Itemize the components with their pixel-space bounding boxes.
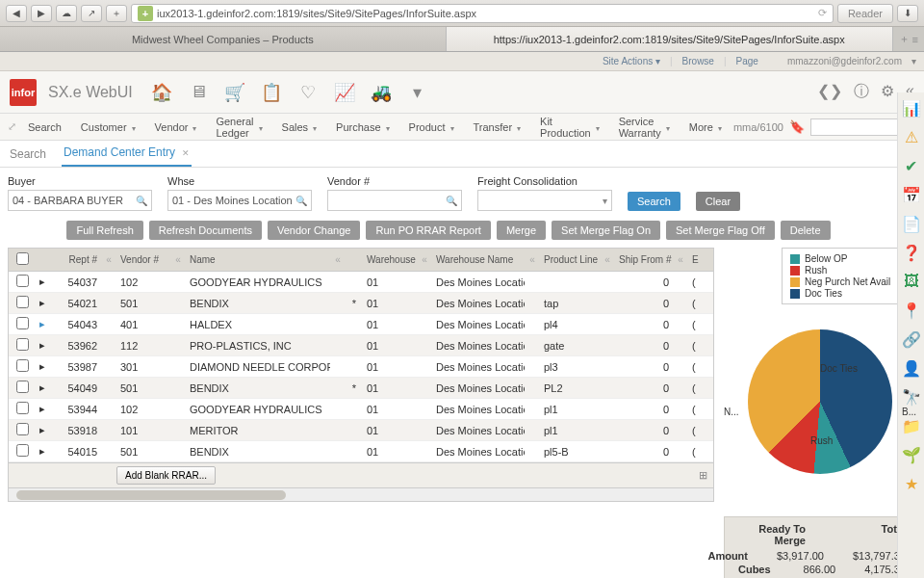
heart-icon[interactable]: ♡ — [291, 75, 325, 110]
col-warehouse[interactable]: Warehouse — [363, 254, 417, 265]
delete-button[interactable]: Delete — [781, 221, 831, 240]
grid-settings-icon[interactable]: ⊞ — [699, 469, 707, 482]
reload-icon[interactable]: ⟳ — [818, 7, 827, 19]
table-row[interactable]: ▸ 53987 301 DIAMOND NEEDLE CORPORATION 0… — [9, 356, 713, 378]
tab-overflow-icon[interactable]: ≡ — [912, 34, 918, 45]
bookmark-icon[interactable]: 🔖 — [789, 119, 805, 134]
table-row[interactable]: ▸ 53944 102 GOODYEAR HYDRAULICS 01 Des M… — [9, 399, 713, 420]
table-row[interactable]: ▸ 53918 101 MERITOR 01 Des Moines Locati… — [9, 420, 713, 441]
expand-icon[interactable]: ▸ — [39, 381, 45, 393]
col-vendor[interactable]: Vendor # — [116, 254, 170, 265]
menu-search[interactable]: Search — [20, 121, 69, 133]
url-bar[interactable]: + iux2013-1.gdeinfor2.com:1819/sites/Sit… — [131, 4, 834, 23]
rail-alert-icon[interactable]: ⚠ — [902, 127, 921, 146]
buyer-input[interactable]: 04 - BARBARA BUYER🔍 — [8, 190, 152, 211]
grid-h-scrollbar[interactable] — [9, 487, 713, 501]
share-icon[interactable]: ↗ — [81, 5, 102, 22]
menu-vendor[interactable]: Vendor — [147, 121, 205, 133]
tab-search[interactable]: Search — [8, 142, 48, 167]
header-caret-icon[interactable]: ▾ — [400, 75, 435, 110]
clear-button[interactable]: Clear — [696, 192, 740, 211]
refresh-docs-button[interactable]: Refresh Documents — [149, 221, 262, 240]
table-row[interactable]: ▸ 54021 501 BENDIX * 01 Des Moines Locat… — [9, 293, 713, 314]
menu-sales[interactable]: Sales — [274, 121, 325, 133]
merge-button[interactable]: Merge — [497, 221, 546, 240]
rail-chart-icon[interactable]: 📊 — [902, 98, 921, 118]
add-blank-rrar-button[interactable]: Add Blank RRAR... — [116, 466, 216, 485]
select-all-checkbox[interactable] — [16, 252, 29, 265]
row-checkbox[interactable] — [16, 317, 29, 329]
home-icon[interactable]: 🏠 — [144, 75, 179, 110]
vendor-change-button[interactable]: Vendor Change — [268, 221, 360, 240]
expand-icon[interactable]: ▸ — [39, 339, 45, 351]
menu-customer[interactable]: Customer — [73, 121, 143, 133]
table-row[interactable]: ▸ 54015 501 BENDIX 01 Des Moines Locatio… — [9, 441, 713, 462]
expand-icon[interactable]: ▸ — [39, 445, 45, 457]
sp-caret-icon[interactable]: ▾ — [911, 56, 916, 66]
expand-icon[interactable]: ▸ — [39, 297, 45, 308]
reader-button[interactable]: Reader — [837, 4, 893, 23]
add-bookmark-icon[interactable]: ＋ — [106, 5, 127, 22]
info-icon[interactable]: ⓘ — [854, 82, 869, 102]
menu-warranty[interactable]: Service Warranty — [611, 116, 678, 139]
row-checkbox[interactable] — [16, 275, 29, 287]
rail-help-icon[interactable]: ❓ — [902, 243, 921, 262]
tab-demand-center[interactable]: Demand Center Entry ✕ — [62, 140, 192, 167]
row-checkbox[interactable] — [16, 423, 29, 435]
merge-on-button[interactable]: Set Merge Flag On — [552, 221, 660, 240]
row-checkbox[interactable] — [16, 338, 29, 351]
menu-gl[interactable]: General Ledger — [208, 116, 270, 139]
menu-purchase[interactable]: Purchase — [328, 121, 397, 133]
menu-transfer[interactable]: Transfer — [466, 121, 529, 133]
merge-off-button[interactable]: Set Merge Flag Off — [666, 221, 775, 240]
menu-kit[interactable]: Kit Production — [532, 116, 607, 139]
table-row[interactable]: ▸ 54043 401 HALDEX 01 Des Moines Locatio… — [9, 314, 713, 335]
gear-icon[interactable]: ⚙ — [881, 82, 894, 102]
browser-tab-1[interactable]: Midwest Wheel Companies – Products — [0, 27, 447, 51]
vendor-input[interactable]: 🔍 — [327, 190, 462, 211]
tab-add-icon[interactable]: ＋ — [899, 32, 910, 46]
menu-expand-icon[interactable]: ⤢ — [8, 120, 16, 133]
expand-icon[interactable]: ▸ — [39, 360, 45, 372]
expand-icon[interactable]: ▸ — [39, 318, 45, 329]
cloud-icon[interactable]: ☁ — [56, 5, 77, 22]
menu-product[interactable]: Product — [401, 121, 462, 133]
download-icon[interactable]: ⬇ — [897, 5, 918, 22]
chevron-down-icon[interactable]: ▾ — [603, 196, 607, 206]
col-product-line[interactable]: Product Line — [540, 254, 600, 265]
freight-input[interactable]: ▾ — [477, 190, 612, 211]
forklift-icon[interactable]: 🛒 — [218, 75, 252, 110]
sp-user[interactable]: mmazzoni@gdeinfor2.com — [787, 56, 902, 66]
expand-icon[interactable]: ▸ — [39, 276, 45, 287]
rail-calendar-icon[interactable]: 📅 — [902, 185, 921, 204]
share-icon[interactable]: ❮❯ — [817, 82, 842, 102]
row-checkbox[interactable] — [16, 381, 29, 393]
rail-check-icon[interactable]: ✔ — [902, 156, 921, 175]
expand-icon[interactable]: ▸ — [39, 403, 45, 414]
expand-icon[interactable]: ▸ — [39, 424, 45, 435]
row-checkbox[interactable] — [16, 402, 29, 414]
table-row[interactable]: ▸ 54049 501 BENDIX * 01 Des Moines Locat… — [9, 378, 713, 399]
row-checkbox[interactable] — [16, 296, 29, 308]
col-ship-from[interactable]: Ship From # — [615, 254, 673, 265]
col-name[interactable]: Name — [186, 254, 330, 265]
forklift2-icon[interactable]: 🚜 — [364, 75, 398, 110]
table-row[interactable]: ▸ 53962 112 PRO-PLASTICS, INC 01 Des Moi… — [9, 335, 713, 356]
forward-button[interactable]: ▶ — [31, 5, 52, 22]
clipboard-icon[interactable]: 📋 — [254, 75, 289, 110]
browse-link[interactable]: Browse — [682, 56, 714, 66]
col-warehouse-name[interactable]: Warehouse Name — [432, 254, 525, 265]
server-icon[interactable]: 🖥 — [181, 75, 216, 110]
chart-icon[interactable]: 📈 — [327, 75, 362, 110]
site-actions-menu[interactable]: Site Actions ▾ — [603, 56, 660, 66]
rail-image-icon[interactable]: 🖼 — [902, 272, 921, 291]
lookup-icon[interactable]: 🔍 — [446, 196, 457, 206]
browser-tab-2[interactable]: https://iux2013-1.gdeinfor2.com:1819/sit… — [447, 27, 893, 51]
lookup-icon[interactable]: 🔍 — [295, 196, 307, 206]
col-rept[interactable]: Rept # — [55, 254, 101, 265]
back-button[interactable]: ◀ — [6, 5, 27, 22]
search-button[interactable]: Search — [628, 192, 680, 211]
page-link[interactable]: Page — [736, 56, 758, 66]
run-po-rrar-button[interactable]: Run PO RRAR Report — [366, 221, 490, 240]
row-checkbox[interactable] — [16, 444, 29, 457]
